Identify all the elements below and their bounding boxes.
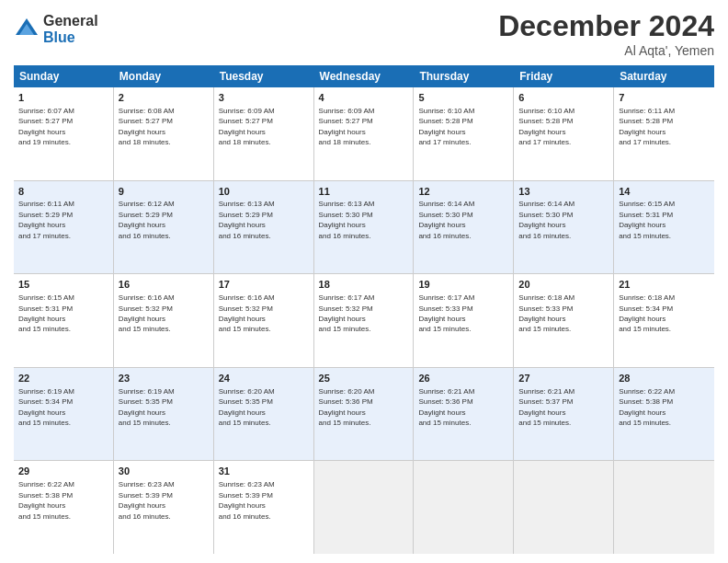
day-number: 1 bbox=[18, 91, 108, 105]
logo: General Blue bbox=[14, 13, 98, 45]
cal-cell-r3-c0: 22 Sunrise: 6:19 AMSunset: 5:34 PMDaylig… bbox=[14, 368, 114, 461]
day-info: Sunrise: 6:15 AMSunset: 5:31 PMDaylight … bbox=[18, 293, 74, 333]
cal-cell-r0-c2: 3 Sunrise: 6:09 AMSunset: 5:27 PMDayligh… bbox=[214, 87, 314, 180]
day-info: Sunrise: 6:20 AMSunset: 5:36 PMDaylight … bbox=[319, 387, 375, 427]
cal-cell-r0-c6: 7 Sunrise: 6:11 AMSunset: 5:28 PMDayligh… bbox=[614, 87, 714, 180]
cal-cell-r0-c1: 2 Sunrise: 6:08 AMSunset: 5:27 PMDayligh… bbox=[114, 87, 214, 180]
day-number: 22 bbox=[18, 372, 108, 385]
day-number: 3 bbox=[219, 91, 309, 105]
day-number: 24 bbox=[219, 372, 309, 385]
cal-cell-r0-c0: 1 Sunrise: 6:07 AMSunset: 5:27 PMDayligh… bbox=[14, 87, 114, 180]
day-info: Sunrise: 6:23 AMSunset: 5:39 PMDaylight … bbox=[119, 480, 175, 520]
day-number: 21 bbox=[619, 278, 710, 292]
header-monday: Monday bbox=[114, 65, 214, 87]
day-info: Sunrise: 6:22 AMSunset: 5:38 PMDaylight … bbox=[619, 387, 675, 427]
day-number: 11 bbox=[319, 185, 409, 199]
day-number: 23 bbox=[119, 372, 209, 385]
header-sunday: Sunday bbox=[14, 65, 114, 87]
cal-cell-r4-c1: 30 Sunrise: 6:23 AMSunset: 5:39 PMDaylig… bbox=[114, 461, 214, 554]
logo-blue: Blue bbox=[43, 29, 98, 46]
cal-cell-r4-c2: 31 Sunrise: 6:23 AMSunset: 5:39 PMDaylig… bbox=[214, 461, 314, 554]
cal-cell-r4-c6 bbox=[614, 461, 714, 554]
day-info: Sunrise: 6:19 AMSunset: 5:35 PMDaylight … bbox=[119, 387, 175, 427]
day-number: 20 bbox=[518, 278, 609, 292]
calendar: Sunday Monday Tuesday Wednesday Thursday… bbox=[14, 65, 714, 554]
day-info: Sunrise: 6:09 AMSunset: 5:27 PMDaylight … bbox=[319, 107, 375, 146]
day-info: Sunrise: 6:22 AMSunset: 5:38 PMDaylight … bbox=[18, 480, 74, 520]
day-info: Sunrise: 6:14 AMSunset: 5:30 PMDaylight … bbox=[518, 200, 574, 239]
day-info: Sunrise: 6:17 AMSunset: 5:33 PMDaylight … bbox=[418, 293, 474, 333]
month-title: December 2024 bbox=[498, 9, 714, 43]
cal-cell-r1-c4: 12 Sunrise: 6:14 AMSunset: 5:30 PMDaylig… bbox=[414, 181, 514, 274]
cal-cell-r4-c3 bbox=[314, 461, 415, 554]
day-number: 7 bbox=[619, 91, 710, 105]
day-info: Sunrise: 6:13 AMSunset: 5:30 PMDaylight … bbox=[319, 200, 375, 239]
calendar-row-1: 8 Sunrise: 6:11 AMSunset: 5:29 PMDayligh… bbox=[14, 181, 714, 275]
day-info: Sunrise: 6:07 AMSunset: 5:27 PMDaylight … bbox=[18, 107, 74, 146]
day-info: Sunrise: 6:11 AMSunset: 5:29 PMDaylight … bbox=[18, 200, 74, 239]
cal-cell-r0-c5: 6 Sunrise: 6:10 AMSunset: 5:28 PMDayligh… bbox=[514, 87, 614, 180]
calendar-body: 1 Sunrise: 6:07 AMSunset: 5:27 PMDayligh… bbox=[14, 87, 714, 554]
day-number: 16 bbox=[119, 278, 209, 292]
day-info: Sunrise: 6:13 AMSunset: 5:29 PMDaylight … bbox=[219, 200, 275, 239]
day-info: Sunrise: 6:21 AMSunset: 5:37 PMDaylight … bbox=[518, 387, 574, 427]
cal-cell-r2-c2: 17 Sunrise: 6:16 AMSunset: 5:32 PMDaylig… bbox=[214, 274, 314, 367]
day-number: 10 bbox=[219, 185, 309, 199]
cal-cell-r0-c3: 4 Sunrise: 6:09 AMSunset: 5:27 PMDayligh… bbox=[314, 87, 415, 180]
header-friday: Friday bbox=[514, 65, 614, 87]
day-number: 29 bbox=[18, 465, 108, 478]
cal-cell-r4-c5 bbox=[514, 461, 614, 554]
day-info: Sunrise: 6:18 AMSunset: 5:33 PMDaylight … bbox=[518, 293, 574, 333]
day-info: Sunrise: 6:23 AMSunset: 5:39 PMDaylight … bbox=[219, 480, 275, 520]
day-number: 17 bbox=[219, 278, 309, 292]
page: General Blue December 2024 Al Aqta', Yem… bbox=[0, 0, 728, 563]
day-info: Sunrise: 6:15 AMSunset: 5:31 PMDaylight … bbox=[619, 200, 675, 239]
day-info: Sunrise: 6:20 AMSunset: 5:35 PMDaylight … bbox=[219, 387, 275, 427]
day-number: 5 bbox=[418, 91, 508, 105]
day-number: 26 bbox=[418, 372, 508, 385]
day-info: Sunrise: 6:10 AMSunset: 5:28 PMDaylight … bbox=[518, 107, 574, 146]
calendar-row-0: 1 Sunrise: 6:07 AMSunset: 5:27 PMDayligh… bbox=[14, 87, 714, 181]
day-number: 28 bbox=[619, 372, 710, 385]
cal-cell-r2-c3: 18 Sunrise: 6:17 AMSunset: 5:32 PMDaylig… bbox=[314, 274, 415, 367]
cal-cell-r3-c4: 26 Sunrise: 6:21 AMSunset: 5:36 PMDaylig… bbox=[414, 368, 514, 461]
cal-cell-r0-c4: 5 Sunrise: 6:10 AMSunset: 5:28 PMDayligh… bbox=[414, 87, 514, 180]
cal-cell-r4-c4 bbox=[414, 461, 514, 554]
header-saturday: Saturday bbox=[614, 65, 714, 87]
day-info: Sunrise: 6:21 AMSunset: 5:36 PMDaylight … bbox=[418, 387, 474, 427]
cal-cell-r2-c6: 21 Sunrise: 6:18 AMSunset: 5:34 PMDaylig… bbox=[614, 274, 714, 367]
day-info: Sunrise: 6:16 AMSunset: 5:32 PMDaylight … bbox=[219, 293, 275, 333]
logo-text: General Blue bbox=[43, 13, 98, 45]
location: Al Aqta', Yemen bbox=[498, 43, 714, 58]
cal-cell-r2-c4: 19 Sunrise: 6:17 AMSunset: 5:33 PMDaylig… bbox=[414, 274, 514, 367]
day-info: Sunrise: 6:10 AMSunset: 5:28 PMDaylight … bbox=[418, 107, 474, 146]
header-thursday: Thursday bbox=[414, 65, 514, 87]
cal-cell-r3-c2: 24 Sunrise: 6:20 AMSunset: 5:35 PMDaylig… bbox=[214, 368, 314, 461]
cal-cell-r2-c1: 16 Sunrise: 6:16 AMSunset: 5:32 PMDaylig… bbox=[114, 274, 214, 367]
cal-cell-r1-c1: 9 Sunrise: 6:12 AMSunset: 5:29 PMDayligh… bbox=[114, 181, 214, 274]
cal-cell-r2-c5: 20 Sunrise: 6:18 AMSunset: 5:33 PMDaylig… bbox=[514, 274, 614, 367]
day-number: 9 bbox=[119, 185, 209, 199]
day-number: 27 bbox=[518, 372, 609, 385]
logo-general: General bbox=[43, 13, 98, 29]
header-tuesday: Tuesday bbox=[214, 65, 314, 87]
day-info: Sunrise: 6:12 AMSunset: 5:29 PMDaylight … bbox=[119, 200, 175, 239]
calendar-header: Sunday Monday Tuesday Wednesday Thursday… bbox=[14, 65, 714, 87]
cal-cell-r1-c2: 10 Sunrise: 6:13 AMSunset: 5:29 PMDaylig… bbox=[214, 181, 314, 274]
cal-cell-r3-c1: 23 Sunrise: 6:19 AMSunset: 5:35 PMDaylig… bbox=[114, 368, 214, 461]
day-info: Sunrise: 6:09 AMSunset: 5:27 PMDaylight … bbox=[219, 107, 275, 146]
cal-cell-r2-c0: 15 Sunrise: 6:15 AMSunset: 5:31 PMDaylig… bbox=[14, 274, 114, 367]
day-number: 6 bbox=[518, 91, 609, 105]
cal-cell-r3-c5: 27 Sunrise: 6:21 AMSunset: 5:37 PMDaylig… bbox=[514, 368, 614, 461]
calendar-row-2: 15 Sunrise: 6:15 AMSunset: 5:31 PMDaylig… bbox=[14, 274, 714, 368]
cal-cell-r1-c0: 8 Sunrise: 6:11 AMSunset: 5:29 PMDayligh… bbox=[14, 181, 114, 274]
day-info: Sunrise: 6:18 AMSunset: 5:34 PMDaylight … bbox=[619, 293, 675, 333]
day-number: 30 bbox=[119, 465, 209, 478]
cal-cell-r3-c6: 28 Sunrise: 6:22 AMSunset: 5:38 PMDaylig… bbox=[614, 368, 714, 461]
day-number: 2 bbox=[119, 91, 209, 105]
day-number: 19 bbox=[418, 278, 508, 292]
cal-cell-r1-c5: 13 Sunrise: 6:14 AMSunset: 5:30 PMDaylig… bbox=[514, 181, 614, 274]
cal-cell-r1-c3: 11 Sunrise: 6:13 AMSunset: 5:30 PMDaylig… bbox=[314, 181, 415, 274]
day-number: 13 bbox=[518, 185, 609, 199]
logo-icon bbox=[14, 17, 40, 42]
